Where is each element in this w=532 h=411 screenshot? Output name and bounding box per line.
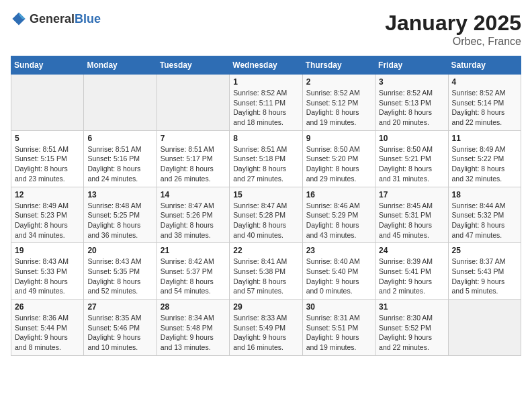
day-number: 31 — [379, 302, 444, 312]
calendar-cell: 13Sunrise: 8:48 AM Sunset: 5:25 PM Dayli… — [84, 187, 157, 243]
week-row-2: 5Sunrise: 8:51 AM Sunset: 5:15 PM Daylig… — [11, 130, 521, 187]
calendar-table: SundayMondayTuesdayWednesdayThursdayFrid… — [11, 56, 521, 356]
day-number: 4 — [452, 77, 517, 87]
header-friday: Friday — [375, 56, 448, 75]
header-wednesday: Wednesday — [230, 56, 302, 75]
header-monday: Monday — [84, 56, 157, 75]
day-number: 9 — [306, 134, 371, 143]
logo-icon — [11, 11, 27, 27]
day-info: Sunrise: 8:34 AM Sunset: 5:48 PM Dayligh… — [161, 313, 226, 353]
day-info: Sunrise: 8:46 AM Sunset: 5:29 PM Dayligh… — [306, 201, 371, 240]
day-number: 13 — [87, 190, 152, 199]
day-info: Sunrise: 8:47 AM Sunset: 5:28 PM Dayligh… — [233, 201, 298, 240]
day-info: Sunrise: 8:52 AM Sunset: 5:11 PM Dayligh… — [233, 88, 298, 128]
day-info: Sunrise: 8:51 AM Sunset: 5:16 PM Dayligh… — [87, 144, 152, 184]
day-info: Sunrise: 8:52 AM Sunset: 5:14 PM Dayligh… — [452, 88, 517, 128]
calendar-cell: 17Sunrise: 8:45 AM Sunset: 5:31 PM Dayli… — [375, 187, 448, 243]
day-info: Sunrise: 8:49 AM Sunset: 5:22 PM Dayligh… — [452, 144, 517, 184]
calendar-cell: 29Sunrise: 8:33 AM Sunset: 5:49 PM Dayli… — [230, 300, 302, 356]
calendar-cell: 24Sunrise: 8:39 AM Sunset: 5:41 PM Dayli… — [375, 243, 448, 300]
day-number: 21 — [161, 246, 226, 255]
calendar-cell — [84, 75, 157, 131]
day-number: 30 — [306, 302, 371, 312]
day-info: Sunrise: 8:30 AM Sunset: 5:52 PM Dayligh… — [379, 313, 444, 353]
calendar-cell: 1Sunrise: 8:52 AM Sunset: 5:11 PM Daylig… — [230, 75, 302, 131]
calendar-cell: 14Sunrise: 8:47 AM Sunset: 5:26 PM Dayli… — [157, 187, 229, 243]
logo: GeneralBlue — [11, 11, 101, 27]
page-subtitle: Orbec, France — [385, 36, 521, 48]
calendar-cell: 10Sunrise: 8:50 AM Sunset: 5:21 PM Dayli… — [375, 130, 448, 187]
calendar-cell: 23Sunrise: 8:40 AM Sunset: 5:40 PM Dayli… — [302, 243, 375, 300]
calendar-cell — [448, 300, 521, 356]
day-info: Sunrise: 8:43 AM Sunset: 5:35 PM Dayligh… — [87, 257, 152, 296]
calendar-cell: 18Sunrise: 8:44 AM Sunset: 5:32 PM Dayli… — [448, 187, 521, 243]
calendar-cell: 22Sunrise: 8:41 AM Sunset: 5:38 PM Dayli… — [230, 243, 302, 300]
day-info: Sunrise: 8:31 AM Sunset: 5:51 PM Dayligh… — [306, 313, 371, 353]
day-info: Sunrise: 8:51 AM Sunset: 5:17 PM Dayligh… — [161, 144, 226, 184]
week-row-5: 26Sunrise: 8:36 AM Sunset: 5:44 PM Dayli… — [11, 300, 521, 356]
calendar-cell: 11Sunrise: 8:49 AM Sunset: 5:22 PM Dayli… — [448, 130, 521, 187]
calendar-cell: 8Sunrise: 8:51 AM Sunset: 5:18 PM Daylig… — [230, 130, 302, 187]
day-number: 23 — [306, 246, 371, 255]
calendar-cell: 2Sunrise: 8:52 AM Sunset: 5:12 PM Daylig… — [302, 75, 375, 131]
day-info: Sunrise: 8:42 AM Sunset: 5:37 PM Dayligh… — [161, 257, 226, 296]
calendar-cell: 9Sunrise: 8:50 AM Sunset: 5:20 PM Daylig… — [302, 130, 375, 187]
day-number: 19 — [15, 246, 80, 255]
calendar-cell: 19Sunrise: 8:43 AM Sunset: 5:33 PM Dayli… — [11, 243, 84, 300]
day-number: 24 — [379, 246, 444, 255]
day-number: 10 — [379, 134, 444, 143]
day-info: Sunrise: 8:50 AM Sunset: 5:20 PM Dayligh… — [306, 144, 371, 184]
calendar-cell: 4Sunrise: 8:52 AM Sunset: 5:14 PM Daylig… — [448, 75, 521, 131]
day-info: Sunrise: 8:48 AM Sunset: 5:25 PM Dayligh… — [87, 201, 152, 240]
day-number: 7 — [161, 134, 226, 143]
calendar-cell: 27Sunrise: 8:35 AM Sunset: 5:46 PM Dayli… — [84, 300, 157, 356]
day-number: 27 — [87, 302, 152, 312]
day-info: Sunrise: 8:49 AM Sunset: 5:23 PM Dayligh… — [15, 201, 80, 240]
week-row-1: 1Sunrise: 8:52 AM Sunset: 5:11 PM Daylig… — [11, 75, 521, 131]
header-sunday: Sunday — [11, 56, 84, 75]
calendar-cell: 26Sunrise: 8:36 AM Sunset: 5:44 PM Dayli… — [11, 300, 84, 356]
calendar-cell: 21Sunrise: 8:42 AM Sunset: 5:37 PM Dayli… — [157, 243, 229, 300]
calendar-cell: 3Sunrise: 8:52 AM Sunset: 5:13 PM Daylig… — [375, 75, 448, 131]
day-number: 18 — [452, 190, 517, 199]
calendar-cell — [157, 75, 229, 131]
header-tuesday: Tuesday — [157, 56, 229, 75]
day-number: 16 — [306, 190, 371, 199]
week-row-3: 12Sunrise: 8:49 AM Sunset: 5:23 PM Dayli… — [11, 187, 521, 243]
day-info: Sunrise: 8:51 AM Sunset: 5:18 PM Dayligh… — [233, 144, 298, 184]
day-info: Sunrise: 8:52 AM Sunset: 5:13 PM Dayligh… — [379, 88, 444, 128]
calendar-cell: 15Sunrise: 8:47 AM Sunset: 5:28 PM Dayli… — [230, 187, 302, 243]
calendar-cell: 30Sunrise: 8:31 AM Sunset: 5:51 PM Dayli… — [302, 300, 375, 356]
day-number: 3 — [379, 77, 444, 87]
day-info: Sunrise: 8:39 AM Sunset: 5:41 PM Dayligh… — [379, 257, 444, 296]
day-info: Sunrise: 8:41 AM Sunset: 5:38 PM Dayligh… — [233, 257, 298, 296]
day-number: 22 — [233, 246, 298, 255]
day-info: Sunrise: 8:33 AM Sunset: 5:49 PM Dayligh… — [233, 313, 298, 353]
day-info: Sunrise: 8:43 AM Sunset: 5:33 PM Dayligh… — [15, 257, 80, 296]
header-saturday: Saturday — [448, 56, 521, 75]
day-number: 26 — [15, 302, 80, 312]
calendar-header-row: SundayMondayTuesdayWednesdayThursdayFrid… — [11, 56, 521, 75]
day-info: Sunrise: 8:37 AM Sunset: 5:43 PM Dayligh… — [452, 257, 517, 296]
calendar-cell: 25Sunrise: 8:37 AM Sunset: 5:43 PM Dayli… — [448, 243, 521, 300]
calendar-cell: 7Sunrise: 8:51 AM Sunset: 5:17 PM Daylig… — [157, 130, 229, 187]
page-title: January 2025 — [385, 11, 521, 36]
title-block: January 2025 Orbec, France — [385, 11, 521, 48]
calendar-cell: 16Sunrise: 8:46 AM Sunset: 5:29 PM Dayli… — [302, 187, 375, 243]
day-number: 29 — [233, 302, 298, 312]
day-info: Sunrise: 8:51 AM Sunset: 5:15 PM Dayligh… — [15, 144, 80, 184]
page-header: GeneralBlue January 2025 Orbec, France — [11, 11, 521, 48]
day-info: Sunrise: 8:45 AM Sunset: 5:31 PM Dayligh… — [379, 201, 444, 240]
day-info: Sunrise: 8:36 AM Sunset: 5:44 PM Dayligh… — [15, 313, 80, 353]
logo-general: GeneralBlue — [30, 13, 101, 26]
day-info: Sunrise: 8:52 AM Sunset: 5:12 PM Dayligh… — [306, 88, 371, 128]
day-info: Sunrise: 8:40 AM Sunset: 5:40 PM Dayligh… — [306, 257, 371, 296]
calendar-cell: 12Sunrise: 8:49 AM Sunset: 5:23 PM Dayli… — [11, 187, 84, 243]
day-number: 20 — [87, 246, 152, 255]
day-number: 5 — [15, 134, 80, 143]
calendar-cell — [11, 75, 84, 131]
calendar-cell: 31Sunrise: 8:30 AM Sunset: 5:52 PM Dayli… — [375, 300, 448, 356]
header-thursday: Thursday — [302, 56, 375, 75]
week-row-4: 19Sunrise: 8:43 AM Sunset: 5:33 PM Dayli… — [11, 243, 521, 300]
calendar-cell: 20Sunrise: 8:43 AM Sunset: 5:35 PM Dayli… — [84, 243, 157, 300]
